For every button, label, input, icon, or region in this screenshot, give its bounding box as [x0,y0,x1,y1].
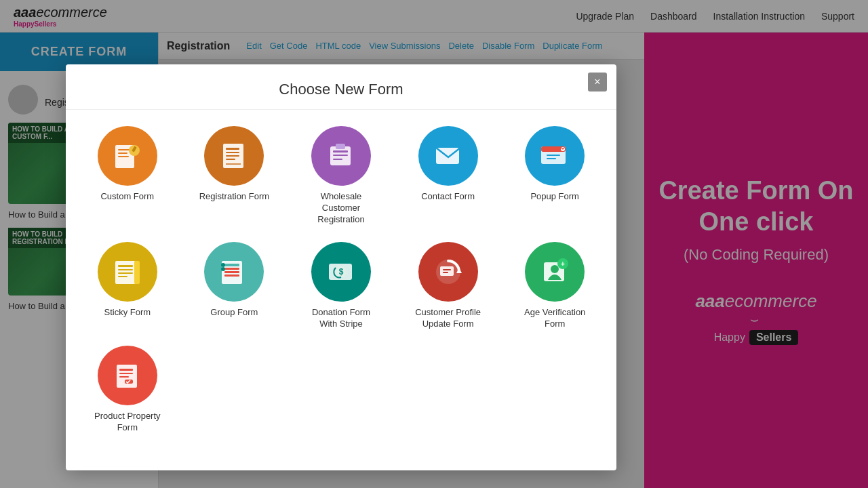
svg-text:+: + [561,260,565,268]
svg-point-34 [221,263,225,267]
product-property-form-label: Product Property Form [90,411,165,434]
form-type-contact[interactable]: Contact Form [400,126,496,226]
contact-form-label: Contact Form [421,191,475,203]
svg-rect-3 [118,156,129,157]
svg-rect-2 [118,152,127,154]
svg-rect-30 [224,264,239,266]
modal-body: Custom Form Registration Form [66,110,616,450]
svg-rect-51 [119,376,129,378]
wholesale-form-icon [311,126,371,186]
wholesale-form-label: Wholesale Customer Registration [304,191,378,226]
svg-text:$: $ [339,267,344,277]
svg-rect-8 [226,152,239,153]
modal-close-button[interactable]: × [588,73,607,92]
svg-point-45 [551,265,559,273]
choose-form-modal: Choose New Form × Custom Form [66,64,616,470]
sticky-form-icon [98,242,157,302]
form-type-registration[interactable]: Registration Form [186,126,283,226]
svg-rect-9 [226,155,239,157]
svg-rect-7 [226,148,239,150]
custom-form-icon [98,126,157,186]
form-type-donation[interactable]: $ Donation Form With Stripe [293,242,389,330]
sticky-form-label: Sticky Form [104,307,151,319]
svg-rect-49 [119,369,133,371]
form-type-sticky[interactable]: Sticky Form [79,242,176,330]
form-type-popup[interactable]: Popup Form [507,126,603,226]
svg-rect-15 [333,155,348,156]
svg-rect-13 [336,144,345,149]
form-type-custom[interactable]: Custom Form [79,126,176,226]
form-type-wholesale[interactable]: Wholesale Customer Registration [293,126,389,226]
svg-point-35 [221,267,225,271]
svg-rect-27 [118,276,127,277]
svg-rect-21 [547,155,560,156]
registration-form-icon [204,126,264,186]
svg-rect-33 [224,274,239,277]
svg-rect-16 [333,159,342,160]
profile-update-form-label: Customer Profile Update Form [411,307,486,330]
svg-rect-24 [118,265,133,267]
custom-form-label: Custom Form [100,191,154,203]
form-type-group[interactable]: Group Form [186,242,283,330]
age-verification-form-icon: + [525,242,585,302]
group-form-label: Group Form [210,307,258,319]
svg-rect-41 [440,266,454,276]
svg-rect-10 [226,159,235,160]
svg-rect-22 [547,158,556,159]
product-property-form-icon [98,346,157,405]
svg-rect-1 [118,149,130,150]
svg-rect-42 [443,269,451,270]
svg-rect-28 [134,261,140,284]
modal-title: Choose New Form [279,81,403,98]
contact-form-icon [418,126,478,186]
svg-rect-43 [443,272,448,273]
svg-rect-50 [119,373,133,374]
svg-rect-26 [118,272,133,274]
modal-header: Choose New Form × [66,64,616,110]
donation-form-icon: $ [311,242,371,302]
svg-rect-31 [224,268,239,270]
form-type-product-property[interactable]: Product Property Form [79,346,176,434]
form-type-profile-update[interactable]: Customer Profile Update Form [400,242,496,330]
svg-rect-32 [224,271,239,273]
popup-form-icon [525,126,585,186]
profile-update-form-icon [418,242,478,302]
age-verification-form-label: Age Verification Form [517,307,592,330]
group-form-icon [204,242,264,302]
form-type-age-verification[interactable]: + Age Verification Form [507,242,603,330]
form-type-grid: Custom Form Registration Form [79,126,603,434]
popup-form-label: Popup Form [530,191,579,203]
donation-form-label: Donation Form With Stripe [304,307,378,330]
svg-rect-14 [333,150,348,152]
registration-form-label: Registration Form [199,191,269,203]
svg-rect-25 [118,269,133,270]
